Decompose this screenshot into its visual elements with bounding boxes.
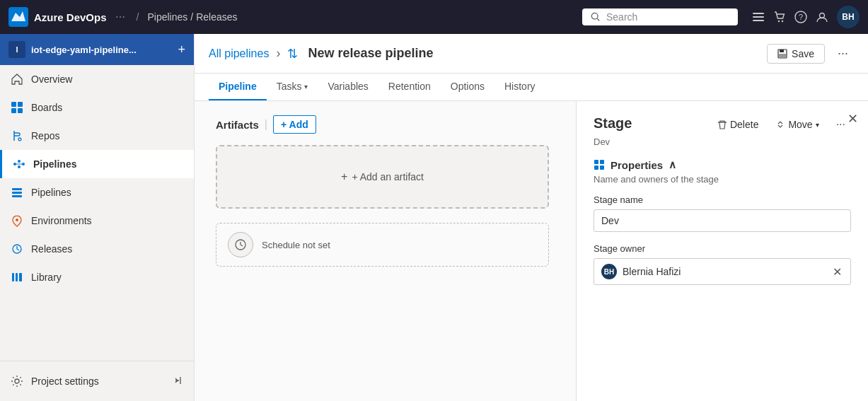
sidebar-item-pipelines2-label: Pipelines [31, 187, 71, 198]
svg-rect-4 [753, 16, 764, 18]
sidebar-project[interactable]: I iot-edge-yaml-pipeline... + [0, 34, 194, 65]
sidebar-item-boards[interactable]: Boards [0, 93, 194, 122]
pipelines2-icon [10, 185, 24, 199]
svg-rect-38 [600, 165, 604, 170]
add-artifact-text: + Add an artifact [352, 171, 424, 182]
sidebar-item-project-settings[interactable]: Project settings [0, 367, 194, 395]
schedule-box[interactable]: Schedule not set [216, 223, 549, 267]
user-settings-icon-btn[interactable] [816, 11, 828, 23]
tab-history[interactable]: History [494, 74, 545, 100]
sidebar: I iot-edge-yaml-pipeline... + Overview [0, 34, 195, 401]
tab-variables[interactable]: Variables [318, 74, 378, 100]
add-artifact-box[interactable]: + + Add an artifact [216, 145, 549, 209]
sidebar-item-environments[interactable]: Environments [0, 207, 194, 235]
boards-icon [10, 100, 24, 115]
stage-owner-label: Stage owner [594, 243, 851, 254]
user-avatar[interactable]: BH [837, 6, 860, 28]
sidebar-add-btn[interactable]: + [178, 42, 185, 57]
home-icon [10, 72, 24, 86]
releases-icon [10, 242, 24, 256]
environments-icon [10, 214, 24, 228]
header-more-button[interactable]: ··· [832, 43, 854, 64]
properties-section: Properties ∧ Name and owners of the stag… [594, 158, 851, 285]
svg-rect-26 [12, 273, 14, 281]
sidebar-item-releases-label: Releases [31, 243, 72, 255]
svg-point-17 [18, 160, 21, 163]
breadcrumb-releases[interactable]: Releases [196, 11, 237, 23]
repos-icon [10, 129, 24, 143]
tab-retention[interactable]: Retention [378, 74, 441, 100]
shopping-icon-btn[interactable] [773, 11, 786, 23]
help-icon: ? [794, 11, 807, 23]
stage-title-row: Stage Delete [594, 115, 851, 134]
svg-point-7 [782, 21, 783, 22]
main-content: All pipelines › ⇅ New release pipeline S… [195, 34, 868, 401]
sidebar-item-pipelines-label: Pipelines [33, 158, 76, 170]
properties-icon [594, 159, 605, 170]
svg-point-24 [16, 219, 18, 221]
list-icon [752, 11, 765, 23]
sidebar-item-library[interactable]: Library [0, 263, 194, 291]
project-icon: I [8, 41, 25, 58]
sidebar-item-pipelines2[interactable]: Pipelines [0, 178, 194, 207]
save-button[interactable]: Save [767, 44, 825, 64]
sidebar-item-pipelines[interactable]: Pipelines [0, 150, 194, 178]
stage-owner-field-group: Stage owner BH Blernia Hafizi ✕ [594, 243, 851, 285]
tabs-bar: Pipeline Tasks ▾ Variables Retention Opt… [195, 74, 868, 101]
stage-name-label: Stage name [594, 194, 851, 205]
delete-button[interactable]: Delete [712, 116, 764, 133]
svg-rect-32 [779, 54, 786, 57]
stage-title: Stage [594, 115, 632, 132]
tasks-chevron-icon: ▾ [304, 83, 308, 91]
help-icon-btn[interactable]: ? [794, 11, 807, 23]
svg-text:?: ? [799, 13, 803, 21]
search-icon [591, 12, 601, 22]
breadcrumb-pipelines[interactable]: Pipelines [147, 11, 187, 23]
properties-header[interactable]: Properties ∧ [594, 158, 851, 171]
search-box[interactable]: Search [582, 8, 738, 25]
svg-rect-35 [594, 160, 598, 164]
svg-rect-11 [11, 102, 16, 107]
stage-name-input[interactable] [594, 209, 851, 232]
owner-avatar: BH [601, 264, 617, 279]
tab-pipeline[interactable]: Pipeline [209, 74, 267, 100]
sidebar-item-overview-label: Overview [31, 74, 72, 85]
svg-rect-12 [18, 102, 23, 107]
tab-tasks[interactable]: Tasks ▾ [267, 74, 318, 100]
artifacts-header: Artifacts | + Add [195, 101, 570, 145]
topbar-breadcrumb: Pipelines / Releases [147, 11, 237, 23]
properties-desc: Name and owners of the stage [594, 174, 851, 185]
page-title: New release pipeline [308, 46, 433, 61]
svg-rect-36 [594, 165, 598, 170]
owner-clear-button[interactable]: ✕ [831, 265, 843, 279]
svg-point-19 [18, 165, 21, 168]
properties-chevron-icon: ∧ [669, 158, 676, 171]
svg-rect-13 [11, 108, 16, 113]
header-chevron-icon: › [276, 46, 280, 61]
topbar-actions: ? BH [752, 6, 860, 28]
move-button[interactable]: Move ▾ [770, 116, 824, 133]
list-icon-btn[interactable] [752, 11, 765, 23]
move-icon [775, 120, 785, 129]
panel-close-button[interactable]: ✕ [847, 111, 858, 127]
sidebar-nav: Overview Boards [0, 65, 194, 361]
tab-options[interactable]: Options [441, 74, 494, 100]
add-artifact-button[interactable]: + Add [273, 115, 316, 134]
sidebar-item-overview[interactable]: Overview [0, 65, 194, 93]
sidebar-item-releases[interactable]: Releases [0, 235, 194, 263]
main-layout: I iot-edge-yaml-pipeline... + Overview [0, 34, 868, 401]
svg-point-18 [22, 163, 25, 165]
sidebar-item-repos[interactable]: Repos [0, 122, 194, 150]
sidebar-item-repos-label: Repos [31, 130, 59, 141]
schedule-text: Schedule not set [262, 240, 330, 250]
stage-subtitle: Dev [594, 136, 851, 147]
svg-point-6 [778, 21, 780, 22]
sidebar-collapse-icon [174, 376, 184, 388]
shopping-icon [773, 11, 786, 23]
all-pipelines-link[interactable]: All pipelines [209, 47, 269, 60]
topbar-sep: ⋯ [115, 11, 125, 23]
library-icon [10, 270, 24, 284]
svg-rect-23 [12, 195, 22, 197]
logo[interactable]: Azure DevOps [8, 7, 107, 27]
add-artifact-plus-icon: + [341, 170, 347, 183]
